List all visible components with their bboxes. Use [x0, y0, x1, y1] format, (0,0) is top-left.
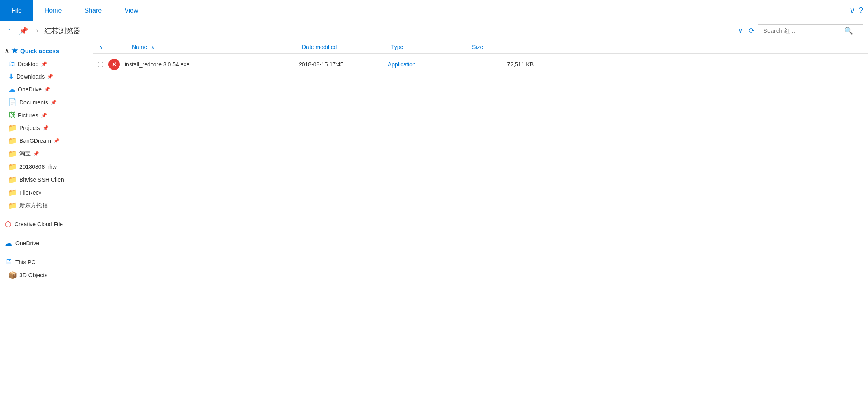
- sidebar-item-bangdream[interactable]: 📁 BanGDream 📌: [0, 134, 93, 147]
- nav-up-button[interactable]: ↑: [5, 25, 13, 36]
- sidebar-item-taobao[interactable]: 📁 淘宝 📌: [0, 147, 93, 160]
- content-area: ∧ Name ∧ Date modified Type Size install…: [93, 40, 868, 408]
- collapse-arrow-icon: ∧: [5, 48, 9, 54]
- sidebar-item-desktop[interactable]: 🗂 Desktop 📌: [0, 57, 93, 70]
- search-box[interactable]: 🔍: [758, 24, 863, 37]
- sidebar-taobao-label: 淘宝: [19, 150, 31, 157]
- sidebar-bangdream-label: BanGDream: [19, 138, 51, 144]
- folder-icon: 📁: [8, 149, 17, 158]
- file-icon: [108, 58, 121, 71]
- sidebar-item-onedrive[interactable]: ☁ OneDrive: [0, 236, 93, 250]
- refresh-button[interactable]: ⟳: [749, 26, 755, 35]
- quick-access-label: Quick access: [20, 47, 59, 54]
- sidebar-item-creative-cloud[interactable]: ⬡ Creative Cloud File: [0, 217, 93, 231]
- table-row[interactable]: install_redcore.3.0.54.exe 2018-08-15 17…: [93, 54, 868, 75]
- folder-icon: 📁: [8, 136, 17, 145]
- sidebar-item-xindongfang[interactable]: 📁 新东方托福: [0, 199, 93, 212]
- sidebar-item-projects[interactable]: 📁 Projects 📌: [0, 121, 93, 134]
- file-name: install_redcore.3.0.54.exe: [125, 61, 299, 68]
- sort-arrow-name: ∧: [151, 45, 155, 50]
- folder-icon: 📁: [8, 175, 17, 184]
- tab-file[interactable]: File: [0, 0, 33, 21]
- nav-pin-button[interactable]: 📌: [17, 25, 30, 37]
- sidebar-pictures-label: Pictures: [18, 112, 38, 119]
- sidebar-item-documents[interactable]: 📄 Documents 📌: [0, 96, 93, 109]
- sidebar-onedrive-main-label: OneDrive: [15, 240, 39, 246]
- folder-icon: 📁: [8, 123, 17, 132]
- onedrive-icon: ☁: [8, 85, 15, 94]
- sidebar-this-pc-label: This PC: [15, 259, 36, 266]
- sidebar-filerecv-label: FileRecv: [19, 189, 41, 196]
- folder-icon: 🗂: [8, 60, 15, 68]
- pin-icon: 📌: [47, 74, 53, 79]
- pin-icon: 📌: [43, 125, 49, 131]
- folder-icon: 🖼: [8, 111, 15, 119]
- pin-icon: 📌: [33, 151, 39, 157]
- sort-collapse-arrow[interactable]: ∧: [99, 44, 103, 50]
- sidebar-onedrive-label: OneDrive: [18, 86, 42, 93]
- pin-icon: 📌: [41, 61, 47, 67]
- sidebar-item-pictures[interactable]: 🖼 Pictures 📌: [0, 109, 93, 121]
- sidebar-bitvise-label: Bitvise SSH Clien: [19, 176, 64, 183]
- file-checkbox-cell: [93, 62, 108, 67]
- search-dropdown-icon[interactable]: ∨: [738, 27, 743, 34]
- folder-icon: 📁: [8, 162, 17, 171]
- creative-cloud-icon: ⬡: [5, 220, 11, 229]
- file-checkbox[interactable]: [98, 62, 103, 67]
- pin-icon: 📌: [53, 138, 60, 144]
- sidebar-item-onedrive-quick[interactable]: ☁ OneDrive 📌: [0, 83, 93, 96]
- pin-icon: 📌: [51, 100, 57, 105]
- tab-view[interactable]: View: [113, 0, 149, 21]
- file-size: 72,511 KB: [469, 61, 542, 68]
- search-icon[interactable]: 🔍: [844, 26, 853, 35]
- sidebar-item-this-pc[interactable]: 🖥 This PC: [0, 255, 93, 269]
- folder-icon: 📁: [8, 201, 17, 210]
- sidebar-item-20180808[interactable]: 📁 20180808 hhw: [0, 160, 93, 173]
- help-icon[interactable]: ?: [859, 6, 863, 15]
- star-icon: ★: [11, 46, 18, 55]
- sidebar-item-bitvise[interactable]: 📁 Bitvise SSH Clien: [0, 173, 93, 186]
- column-headers: ∧ Name ∧ Date modified Type Size: [93, 40, 868, 54]
- sidebar-documents-label: Documents: [19, 99, 48, 106]
- pin-icon: 📌: [41, 113, 47, 118]
- address-path[interactable]: 红芯浏览器: [44, 26, 81, 36]
- file-date: 2018-08-15 17:45: [299, 61, 388, 68]
- this-pc-icon: 🖥: [5, 258, 12, 266]
- folder-icon: ⬇: [8, 72, 14, 81]
- col-header-type[interactable]: Type: [391, 44, 472, 50]
- quick-access-header[interactable]: ∧ ★ Quick access: [0, 44, 93, 57]
- folder-icon: 📁: [8, 188, 17, 197]
- file-type: Application: [388, 61, 469, 68]
- redcore-app-icon: [108, 59, 120, 70]
- sidebar-divider: [0, 215, 93, 215]
- folder-icon: 📄: [8, 98, 17, 107]
- col-header-date[interactable]: Date modified: [302, 44, 391, 50]
- address-bar: ↑ 📌 › 红芯浏览器 ∨ ⟳ 🔍: [0, 21, 868, 40]
- col-header-size[interactable]: Size: [472, 44, 545, 50]
- sidebar-divider-2: [0, 234, 93, 234]
- tab-share[interactable]: Share: [73, 0, 113, 21]
- 3d-objects-icon: 📦: [8, 271, 17, 280]
- ribbon-right: ∨ ?: [849, 6, 868, 15]
- sidebar-item-3d-objects[interactable]: 📦 3D Objects: [0, 269, 93, 282]
- sidebar-item-downloads[interactable]: ⬇ Downloads 📌: [0, 70, 93, 83]
- main-layout: ∧ ★ Quick access 🗂 Desktop 📌 ⬇ Downloads…: [0, 40, 868, 408]
- sidebar-projects-label: Projects: [19, 125, 40, 131]
- nav-separator: ›: [34, 25, 41, 36]
- sidebar-creative-cloud-label: Creative Cloud File: [15, 221, 63, 227]
- onedrive-icon: ☁: [5, 239, 12, 248]
- sidebar-xindongfang-label: 新东方托福: [19, 202, 48, 209]
- ribbon: File Home Share View ∨ ?: [0, 0, 868, 21]
- sidebar-20180808-label: 20180808 hhw: [19, 164, 57, 170]
- sidebar-divider-3: [0, 253, 93, 253]
- sidebar: ∧ ★ Quick access 🗂 Desktop 📌 ⬇ Downloads…: [0, 40, 93, 408]
- sidebar-desktop-label: Desktop: [18, 61, 38, 67]
- sidebar-downloads-label: Downloads: [17, 73, 45, 80]
- tab-home[interactable]: Home: [33, 0, 73, 21]
- chevron-down-icon[interactable]: ∨: [849, 6, 855, 15]
- search-input[interactable]: [763, 27, 844, 34]
- sidebar-3d-objects-label: 3D Objects: [19, 272, 47, 278]
- col-header-name[interactable]: Name ∧: [108, 44, 302, 50]
- sidebar-item-filerecv[interactable]: 📁 FileRecv: [0, 186, 93, 199]
- pin-icon: 📌: [44, 87, 50, 92]
